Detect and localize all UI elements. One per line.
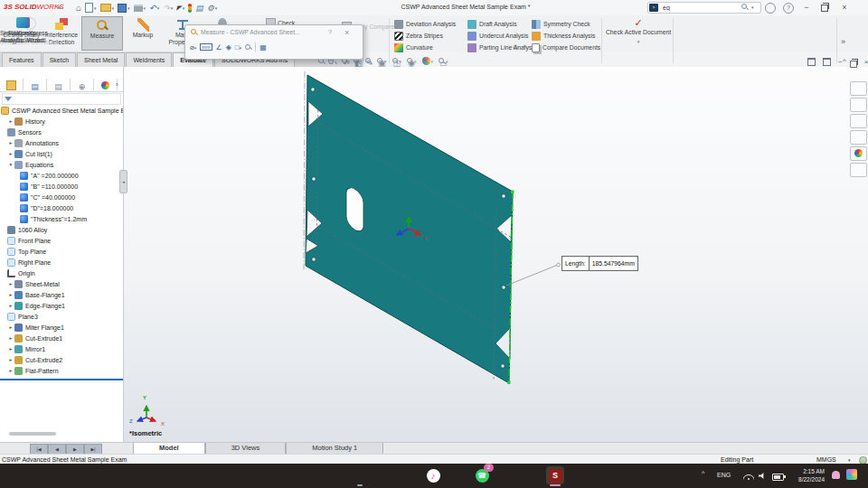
- feature-tree-item[interactable]: "A" =200.000000: [0, 170, 123, 181]
- itunes-icon[interactable]: ♪: [424, 466, 442, 484]
- measure-dialog[interactable]: Measure - CSWP Advanced Sheet... ? × ⌀▾ …: [184, 24, 363, 60]
- feature-tree-item[interactable]: ▾ Equations: [0, 159, 123, 170]
- logo-flyout-arrow[interactable]: ▸: [58, 4, 61, 11]
- options-icon[interactable]: ▾: [207, 4, 218, 13]
- commandmanager-tab[interactable]: Weldments: [126, 52, 172, 67]
- wifi-icon[interactable]: [743, 473, 754, 480]
- search-input[interactable]: [661, 4, 728, 12]
- matlab-icon[interactable]: [522, 466, 540, 484]
- dropdown-caret[interactable]: ▾: [157, 4, 160, 13]
- doc-minimize-button[interactable]: −: [838, 58, 843, 66]
- 3d-content-icon[interactable]: [850, 98, 867, 112]
- dropdown-caret[interactable]: ▾: [112, 4, 115, 13]
- close-button[interactable]: ×: [837, 2, 852, 14]
- window-tile-icon[interactable]: [823, 58, 831, 66]
- minimize-button[interactable]: −: [799, 2, 814, 14]
- projection-icon[interactable]: □▾: [235, 43, 241, 52]
- appearance-icon[interactable]: ▾: [422, 57, 434, 65]
- dropdown-caret[interactable]: ▾: [431, 59, 434, 64]
- expand-arrow[interactable]: ▸: [7, 303, 14, 308]
- custom-properties-icon[interactable]: [850, 163, 867, 177]
- display-style-icon[interactable]: ▾: [392, 58, 402, 64]
- dropdown-caret[interactable]: ▾: [171, 4, 174, 13]
- units-caret-icon[interactable]: ▾: [848, 457, 851, 463]
- feature-tree-item[interactable]: ▸ Mirror1: [0, 343, 123, 354]
- expand-arrow[interactable]: ▸: [7, 118, 14, 124]
- tree-filter-box[interactable]: [2, 93, 121, 105]
- expand-arrow[interactable]: ▸: [7, 335, 14, 341]
- ribbon-button[interactable]: Markup: [123, 16, 163, 51]
- doc-restore-button[interactable]: [850, 61, 857, 68]
- language-indicator[interactable]: ENG: [717, 472, 731, 478]
- open-icon[interactable]: ▾: [100, 4, 115, 13]
- ribbon-button[interactable]: Measure: [81, 16, 123, 51]
- edge-icon[interactable]: [400, 466, 418, 484]
- collapse-icon[interactable]: ▾: [524, 43, 526, 51]
- tab-featuremanager-tree[interactable]: [0, 79, 24, 90]
- units-icon[interactable]: mm: [200, 43, 212, 51]
- commandmanager-tab[interactable]: Sheet Metal: [77, 52, 125, 67]
- feature-tree-item[interactable]: ▸ Flat-Pattern: [0, 365, 123, 376]
- redo-icon[interactable]: ▾: [163, 4, 173, 13]
- tray-expand-icon[interactable]: ^: [702, 470, 704, 476]
- panel-splitter-handle[interactable]: ◂: [119, 170, 127, 193]
- measurement-chart-icon[interactable]: ▦: [259, 43, 267, 52]
- dropdown-caret[interactable]: ▾: [215, 4, 218, 13]
- select-icon[interactable]: ▾: [176, 3, 184, 13]
- feature-tree-item[interactable]: Origin: [0, 267, 123, 278]
- clock[interactable]: 2:15 AM 8/22/2024: [785, 468, 825, 483]
- feature-tree-item[interactable]: "B" =110.000000: [0, 181, 123, 192]
- feature-tree-item[interactable]: ▸ Miter Flange1: [0, 322, 123, 333]
- feature-tree-item[interactable]: "D"=18.000000: [0, 202, 123, 213]
- notification-bell-icon[interactable]: [832, 471, 840, 479]
- feature-tree-item[interactable]: ▸ Annotations: [0, 137, 123, 148]
- compare-icon[interactable]: [195, 4, 203, 13]
- feature-tree-item[interactable]: ▸ Edge-Flange1: [0, 300, 123, 311]
- expand-arrow[interactable]: ▸: [7, 368, 14, 373]
- whatsapp-icon[interactable]: ☎ 2: [473, 466, 491, 484]
- feature-tree-item[interactable]: Sensors: [0, 127, 123, 137]
- dropdown-caret[interactable]: ▾: [94, 4, 97, 13]
- user-account-icon[interactable]: [765, 3, 776, 14]
- explorer-icon[interactable]: [351, 466, 369, 484]
- start-icon[interactable]: [302, 466, 320, 484]
- restore-button[interactable]: [817, 2, 832, 14]
- telegram-icon[interactable]: [497, 466, 515, 484]
- feature-tree-item[interactable]: 1060 Alloy: [0, 224, 123, 235]
- feature-tree-item[interactable]: Plane3: [0, 311, 123, 322]
- angle-measure-icon[interactable]: ∠: [216, 43, 222, 52]
- feature-tree-item[interactable]: ▸ Cut list(1): [0, 148, 123, 159]
- tree-horizontal-scrollbar[interactable]: [9, 432, 56, 436]
- home-icon[interactable]: [76, 4, 81, 13]
- help-icon[interactable]: ?: [783, 3, 794, 14]
- callout-handle[interactable]: [557, 263, 561, 267]
- window-tile-icon[interactable]: [807, 58, 816, 66]
- ribbon-small-button[interactable]: Curvature: [394, 42, 476, 53]
- ribbon-wizard-button[interactable]: FloXpress Analysis Wizard: [0, 17, 43, 44]
- design-library-icon[interactable]: [850, 114, 867, 128]
- measure-history-icon[interactable]: [245, 44, 251, 51]
- doc-close-button[interactable]: ×: [864, 58, 868, 66]
- feature-tree-item[interactable]: "Thickness"=1.2mm: [0, 213, 123, 224]
- new-icon[interactable]: ▾: [85, 3, 97, 13]
- feature-tree-item[interactable]: ▸ History: [0, 116, 123, 127]
- rollback-bar[interactable]: [0, 379, 123, 380]
- arc-measure-icon[interactable]: ⌀▾: [190, 43, 196, 52]
- view-orientation-icon[interactable]: ▾: [377, 58, 387, 64]
- feature-tree-item[interactable]: ▸ Cut-Extrude2: [0, 354, 123, 365]
- search-caret-icon[interactable]: ▾: [751, 5, 754, 10]
- widgets-icon[interactable]: [846, 469, 857, 480]
- dropdown-caret[interactable]: ▾: [183, 4, 185, 13]
- expand-arrow[interactable]: ▸: [7, 324, 14, 330]
- feature-tree-item[interactable]: ▸ Sheet-Metal: [0, 278, 123, 289]
- measurement-callout[interactable]: Length: 185.547964mm: [561, 256, 638, 271]
- status-units[interactable]: MMGS: [816, 456, 836, 463]
- undo-icon[interactable]: ▾: [149, 4, 159, 13]
- tab-propertymanager[interactable]: [24, 79, 47, 90]
- chrome-icon[interactable]: [375, 466, 393, 484]
- search-icon[interactable]: [741, 4, 748, 10]
- expand-arrow[interactable]: ▸: [7, 281, 14, 286]
- dropdown-caret[interactable]: ▾: [144, 4, 146, 13]
- toolbox-icon[interactable]: [850, 130, 867, 145]
- home-icon[interactable]: [850, 81, 867, 96]
